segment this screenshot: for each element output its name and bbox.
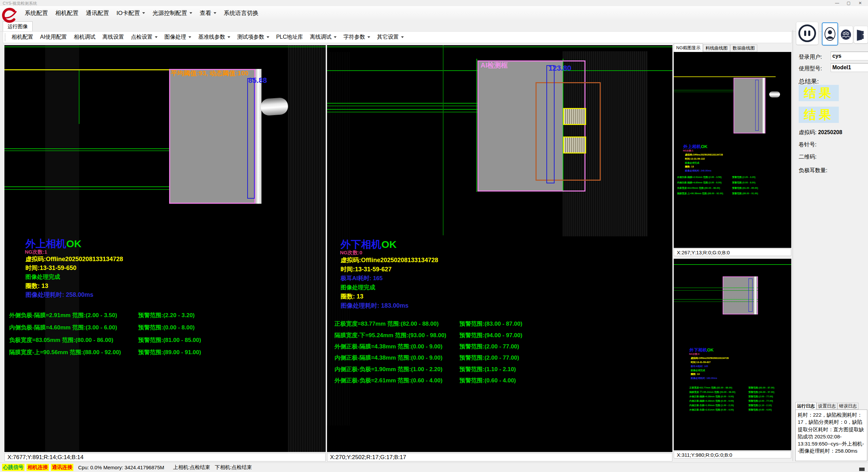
tool-camera-debug[interactable]: 相机调试 xyxy=(70,33,99,42)
edge-line-vertical-green xyxy=(79,70,79,124)
measurement-row: 内侧正极-负极=1.90mm 范围:(1.00 - 2.20)预警范围:(1.1… xyxy=(689,404,790,407)
ng-preview-upper-panel[interactable]: 外上相机OK NG次数:1 虚拟码:Offline202502081331347… xyxy=(674,52,791,248)
tool-offline-settings[interactable]: 离线设置 xyxy=(99,33,127,42)
detection-line-green xyxy=(674,302,758,302)
chevron-down-icon xyxy=(155,36,158,38)
tab-ng-screenshot[interactable]: NG截图显示 xyxy=(674,43,703,52)
ng-count-text: NG次数:1 xyxy=(683,149,693,152)
lower-camera-check-status: 下相机:点检结束 xyxy=(215,464,252,471)
status-bar: 心跳信号 相机连接 通讯连接 Cpu: 0.0% Memory: 3424.41… xyxy=(0,462,868,472)
measurement-row: 正极宽度=83.77mm 范围:(82.00 - 88.00)预警范围:(83.… xyxy=(689,386,790,389)
tool-spot-check-settings[interactable]: 点检设置 xyxy=(127,33,161,42)
measurement-text: 负极宽度=83.05mm 范围:(80.00 - 86.00) xyxy=(677,187,720,189)
menu-view[interactable]: 查看 xyxy=(196,8,220,18)
measure-box-blue xyxy=(755,80,759,131)
tool-label: 测试项参数 xyxy=(237,34,264,41)
measurement-row: 外侧正极-负极=2.61mm 范围:(0.60 - 4.00)预警范围:(0.6… xyxy=(689,408,790,412)
edge-line-vertical-green xyxy=(443,45,444,235)
menu-system-config[interactable]: 系统配置 xyxy=(21,8,52,18)
tool-label: 基准线参数 xyxy=(198,34,225,41)
tool-test-item-params[interactable]: 测试项参数 xyxy=(234,33,273,42)
tab-detect-box-yellow xyxy=(563,137,586,153)
tool-offline-debug[interactable]: 离线调试 xyxy=(306,33,340,42)
measurement-row: 外侧正极-隔膜=4.38mm 范围:(0.00 - 9.00)预警范围:(2.0… xyxy=(689,395,790,398)
minimize-icon[interactable]: — xyxy=(831,0,843,6)
measurement-row: 内侧负极-隔膜=4.60mm 范围:(3.00 - 6.00)预警范围:(0.0… xyxy=(677,181,789,184)
tool-ai-use-config[interactable]: AI使用配置 xyxy=(37,33,70,42)
upper-camera-pixel-readout: X:7677;Y:891;R:14;G:14;B:14 xyxy=(4,453,326,461)
tool-baseline-params[interactable]: 基准线参数 xyxy=(195,33,234,42)
measure-box-blue xyxy=(247,78,255,199)
measurement-row: 外侧负极-隔膜=2.91mm 范围:(2.00 - 3.50)预警范围:(2.2… xyxy=(9,311,322,319)
qrcode-label: 二维码: xyxy=(799,153,816,161)
toolbar-grip[interactable] xyxy=(5,34,5,41)
chevron-down-icon xyxy=(214,12,216,14)
tool-label: 图像处理 xyxy=(164,34,186,41)
process-elapsed-text: 图像处理耗时: 183.00ms xyxy=(691,377,717,380)
tool-other-settings[interactable]: 其它设置 xyxy=(374,33,407,42)
ai-elapsed-text: 极耳AI耗时: 165 xyxy=(341,275,383,282)
tool-label: 相机配置 xyxy=(12,34,33,41)
measurement-text: 外侧负极-隔膜=2.91mm 范围:(2.00 - 3.50) xyxy=(677,176,722,178)
tab-error-log[interactable]: 错误日志 xyxy=(837,403,858,410)
tool-camera-config[interactable]: 相机配置 xyxy=(8,33,37,42)
warn-range-text: 预警范围:(0.00 - 8.00) xyxy=(138,324,195,331)
measurement-text: 外侧正极-负极=2.61mm 范围:(0.60 - 4.00) xyxy=(689,409,734,411)
tool-plc-address-lib[interactable]: PLC地址库 xyxy=(273,33,306,42)
tool-char-params[interactable]: 字符参数 xyxy=(340,33,374,42)
menu-io-card-config[interactable]: IO卡配置 xyxy=(113,8,149,18)
threshold-overlay-text: 平均阈值:93, 动态阈值:100 xyxy=(171,70,248,77)
exit-button[interactable] xyxy=(854,26,868,43)
detect-region-box-pink xyxy=(723,276,758,314)
process-elapsed-text: 图像处理耗时: 183.00ms xyxy=(341,303,409,309)
menu-camera-config[interactable]: 相机配置 xyxy=(52,8,82,18)
model-input[interactable] xyxy=(831,63,868,72)
virtual-code-row: 虚拟码: 20250208 xyxy=(799,129,842,136)
upper-camera-image-panel[interactable]: 平均阈值:93, 动态阈值:100 85.88 外上相机OK NG次数:1 虚拟… xyxy=(4,45,326,452)
menu-items: 系统配置 相机配置 通讯配置 IO卡配置 光源控制配置 查看 系统语言切换 xyxy=(21,6,262,20)
run-log-text: 耗时：222，缺陷检测耗时：17，缺陷分类耗时：0，缺陷提取分区耗时：直方图提取… xyxy=(795,410,867,461)
close-icon[interactable]: ✕ xyxy=(854,0,866,6)
menu-light-control-config[interactable]: 光源控制配置 xyxy=(149,8,196,18)
loop-count-text: 圈数: 13 xyxy=(691,373,700,376)
tool-image-processing[interactable]: 图像处理 xyxy=(161,33,195,42)
virtual-code-text: 虚拟码:Offline20250208133134728 xyxy=(25,256,123,263)
chevron-down-icon xyxy=(142,12,145,14)
maximize-icon[interactable]: ▢ xyxy=(843,0,854,6)
measurement-text: 隔膜宽度-下=95.24mm 范围:(93.00 - 98.00) xyxy=(689,391,736,393)
lower-camera-image-panel[interactable]: AI检测框 123.80 外下相机OK NG次数:0 虚拟码:Offline20… xyxy=(327,45,672,452)
tool-label: 相机调试 xyxy=(74,34,95,41)
resize-grip[interactable] xyxy=(859,468,865,471)
tab-settings-log[interactable]: 设置日志 xyxy=(816,403,837,410)
tab-run-log[interactable]: 运行日志 xyxy=(795,402,816,410)
virtual-code-label: 虚拟码: xyxy=(799,129,816,135)
measurement-text: 内侧负极-隔膜=4.60mm 范围:(3.00 - 6.00) xyxy=(677,181,722,184)
warn-range-text: 预警范围:(94.00 - 97.00) xyxy=(748,391,774,394)
measurement-text: 外侧正极-负极=2.61mm 范围:(0.60 - 4.00) xyxy=(334,377,442,384)
detection-line-green xyxy=(674,299,758,299)
user-manage-button[interactable] xyxy=(839,26,853,43)
camera-name: 外下相机 xyxy=(689,347,707,352)
pause-button[interactable] xyxy=(796,22,818,45)
tab-line-curve[interactable]: 料线曲线图 xyxy=(703,44,730,52)
status-ok: OK xyxy=(66,238,82,249)
warn-range-text: 预警范围:(0.60 - 4.00) xyxy=(748,408,772,412)
window-controls: — ▢ ✕ xyxy=(831,0,866,6)
measurement-row: 内侧负极-隔膜=4.60mm 范围:(3.00 - 6.00)预警范围:(0.0… xyxy=(9,324,322,331)
warn-range-text: 预警范围:(2.00 - 77.00) xyxy=(748,399,773,403)
process-done-text: 图像处理完成 xyxy=(341,285,375,291)
menu-language-switch[interactable]: 系统语言切换 xyxy=(220,8,262,18)
ng-preview-lower-panel[interactable]: 外下相机OK NG次数:0 虚拟码:Offline202502081331347… xyxy=(674,259,791,450)
menu-comm-config[interactable]: 通讯配置 xyxy=(82,8,113,18)
user-login-button[interactable] xyxy=(822,22,838,46)
tab-data-curve[interactable]: 数据曲线图 xyxy=(730,44,757,52)
warn-range-text: 预警范围:(94.00 - 97.00) xyxy=(459,331,522,339)
warn-range-text: 预警范围:(2.20 - 3.20) xyxy=(138,311,195,319)
toolbar: 相机配置 AI使用配置 相机调试 离线设置 点检设置 图像处理 基准线参数 测试… xyxy=(3,31,792,43)
chevron-down-icon xyxy=(334,36,337,38)
camera-name: 外上相机 xyxy=(25,238,66,249)
pause-icon xyxy=(798,24,816,42)
login-user-input[interactable] xyxy=(831,52,868,60)
measure-box-orange xyxy=(536,82,601,181)
camera-result-title: 外上相机OK xyxy=(683,144,708,149)
